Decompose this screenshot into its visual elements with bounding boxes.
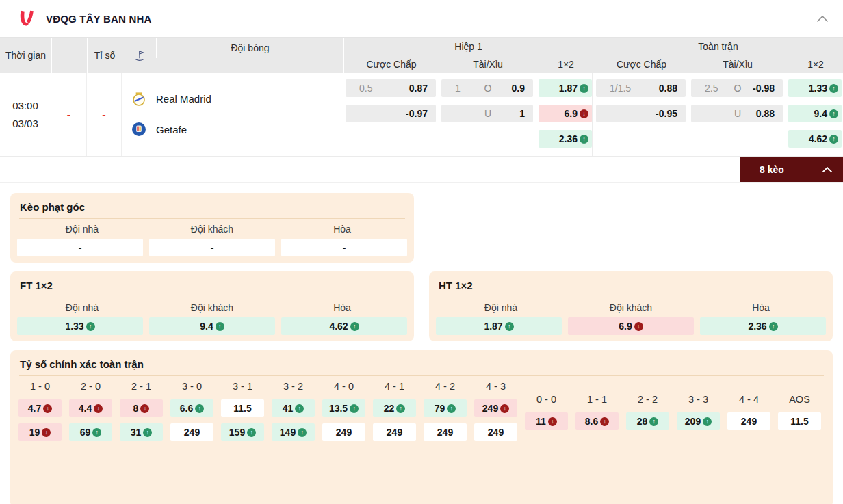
corner-home-cell[interactable]: - — [17, 239, 143, 256]
trend-up-icon: ↑ — [703, 417, 712, 426]
score-odds-cell[interactable]: 28↑ — [626, 412, 669, 430]
corner-away-cell[interactable]: - — [149, 239, 275, 256]
score-odds-cell[interactable]: 249 — [727, 412, 770, 430]
odds-table-header: Thời gian Tỉ số Đội bóng Hiệp 1 Cược Chấ… — [0, 38, 843, 73]
draw-score-column: 4 - 4 249 — [727, 381, 770, 447]
score-odds-cell[interactable]: 11↓ — [525, 412, 568, 430]
trend-up-icon: ↑ — [649, 417, 658, 426]
trend-up-icon: ↑ — [447, 404, 456, 413]
ft-handicap-home-cell[interactable]: 1/1.50.88 — [596, 79, 686, 97]
score-odds-cell[interactable]: 249↓ — [474, 399, 517, 417]
score-column: 4 - 2 79↑ 249 — [424, 381, 467, 447]
h1-1x2-away-cell[interactable]: 6.9↓ — [539, 105, 592, 122]
trend-down-icon: ↓ — [580, 109, 588, 118]
score-odds-cell[interactable]: 19↓ — [18, 423, 62, 441]
trend-up-icon: ↑ — [829, 109, 838, 118]
ht-draw-odds-cell[interactable]: 2.36↑ — [700, 317, 826, 335]
trend-up-icon: ↑ — [216, 322, 224, 331]
ft-under-cell[interactable]: U0.88 — [691, 105, 783, 122]
ht-panel-title: HT 1×2 — [429, 271, 833, 297]
col-team-header: Đội bóng — [156, 38, 343, 58]
trend-up-icon: ↑ — [769, 322, 778, 331]
h1-1x2-home-cell[interactable]: 1.87↑ — [539, 79, 592, 97]
score-odds-cell[interactable]: 159↑ — [221, 423, 264, 441]
trend-down-icon: ↓ — [94, 404, 103, 413]
league-title: VĐQG TÂY BAN NHA — [46, 13, 152, 25]
ft-handicap-away-cell[interactable]: -0.95 — [596, 105, 686, 122]
h1-under-cell[interactable]: U1 — [441, 105, 533, 122]
group-first-half-header: Hiệp 1 Cược Chấp Tài/Xỉu 1×2 — [343, 38, 593, 73]
more-odds-button[interactable]: 8 kèo — [740, 157, 843, 182]
score-odds-cell[interactable]: 11.5 — [778, 412, 821, 430]
corner-draw-cell[interactable]: - — [281, 239, 407, 256]
trend-up-icon: ↑ — [829, 84, 838, 93]
ht-away-odds-cell[interactable]: 6.9↓ — [568, 317, 694, 335]
score-odds-cell[interactable]: 8↓ — [120, 399, 163, 417]
collapse-league-icon[interactable] — [817, 16, 828, 22]
score-odds-cell[interactable]: 4.4↓ — [69, 399, 112, 417]
trend-down-icon: ↓ — [42, 428, 51, 437]
score-odds-cell[interactable]: 8.6↓ — [575, 412, 619, 430]
trend-up-icon: ↑ — [295, 404, 304, 413]
h1-over-cell[interactable]: 1O0.9 — [441, 79, 533, 97]
score-odds-cell[interactable]: 149↑ — [272, 423, 315, 441]
trend-up-icon: ↑ — [195, 404, 204, 413]
trend-up-icon: ↑ — [350, 404, 359, 413]
corner-panel-title: Kèo phạt góc — [10, 193, 414, 218]
away-team-row[interactable]: Getafe — [122, 119, 343, 140]
home-col-label: Đội nhà — [17, 302, 147, 313]
ft-over-cell[interactable]: 2.5O-0.98 — [691, 79, 783, 97]
trend-up-icon: ↑ — [143, 428, 152, 437]
trend-up-icon: ↑ — [86, 322, 95, 331]
ft-1x2-draw-cell[interactable]: 4.62↑ — [788, 130, 842, 148]
score-column: 4 - 3 249↓ 249 — [474, 381, 517, 447]
away-col-label: Đội khách — [566, 302, 696, 313]
over-under-col-label: Tài/Xỉu — [442, 59, 534, 70]
more-odds-bar: 8 kèo — [0, 157, 843, 183]
score-odds-cell[interactable]: 6.6↑ — [170, 399, 213, 417]
ft-1x2-home-cell[interactable]: 1.33↑ — [788, 79, 842, 97]
trend-down-icon: ↓ — [600, 417, 609, 426]
away-col-label: Đội khách — [147, 302, 277, 313]
trend-down-icon: ↓ — [43, 404, 52, 413]
score-odds-cell[interactable]: 4.7↓ — [18, 399, 62, 417]
draw-score-column: 1 - 1 8.6↓ — [575, 381, 619, 447]
score-odds-cell[interactable]: 69↑ — [69, 423, 112, 441]
corner-flag-icon — [122, 38, 156, 73]
ft-away-odds-cell[interactable]: 9.4↑ — [149, 317, 275, 335]
ht-home-odds-cell[interactable]: 1.87↑ — [436, 317, 562, 335]
score-odds-cell[interactable]: 249 — [373, 423, 416, 441]
trend-up-icon: ↑ — [396, 404, 405, 413]
real-madrid-crest-icon — [122, 91, 156, 106]
correct-score-title: Tỷ số chính xác toàn trận — [10, 350, 833, 375]
ft-draw-odds-cell[interactable]: 4.62↑ — [281, 317, 407, 335]
home-score-cell: - — [51, 73, 87, 156]
score-odds-cell[interactable]: 31↑ — [120, 423, 163, 441]
score-odds-cell[interactable]: 41↑ — [272, 399, 315, 417]
h1-1x2-draw-cell[interactable]: 2.36↑ — [539, 130, 592, 148]
ft-panel-title: FT 1×2 — [10, 271, 414, 297]
score-odds-cell[interactable]: 79↑ — [424, 399, 467, 417]
score-column: 2 - 0 4.4↓ 69↑ — [69, 381, 112, 447]
score-odds-cell[interactable]: 249 — [474, 423, 517, 441]
ft-home-odds-cell[interactable]: 1.33↑ — [17, 317, 143, 335]
score-odds-cell[interactable]: 249 — [424, 423, 467, 441]
h1-handicap-home-cell[interactable]: 0.50.87 — [346, 79, 436, 97]
away-score-cell: - — [87, 73, 122, 156]
score-odds-cell[interactable]: 13.5↑ — [322, 399, 365, 417]
ft-1x2-panel: FT 1×2 Đội nhà Đội khách Hòa 1.33↑ 9.4↑ … — [10, 271, 414, 341]
handicap-col-label: Cược Chấp — [346, 59, 437, 70]
score-odds-cell[interactable]: 249 — [322, 423, 365, 441]
correct-score-panel: Tỷ số chính xác toàn trận 1 - 0 4.7↓ 19↓… — [10, 350, 833, 504]
ft-1x2-away-cell[interactable]: 9.4↑ — [788, 105, 842, 122]
chevron-up-icon — [822, 167, 832, 172]
full-match-label: Toàn trận — [593, 38, 843, 55]
score-odds-cell[interactable]: 22↑ — [373, 399, 416, 417]
h1-handicap-away-cell[interactable]: -0.97 — [346, 105, 436, 122]
x12-col-label: 1×2 — [539, 59, 593, 70]
score-odds-cell[interactable]: 209↑ — [677, 412, 720, 430]
home-team-row[interactable]: Real Madrid — [122, 88, 343, 109]
ht-1x2-panel: HT 1×2 Đội nhà Đội khách Hòa 1.87↑ 6.9↓ … — [429, 271, 833, 341]
score-odds-cell[interactable]: 11.5 — [221, 399, 264, 417]
score-odds-cell[interactable]: 249 — [170, 423, 213, 441]
